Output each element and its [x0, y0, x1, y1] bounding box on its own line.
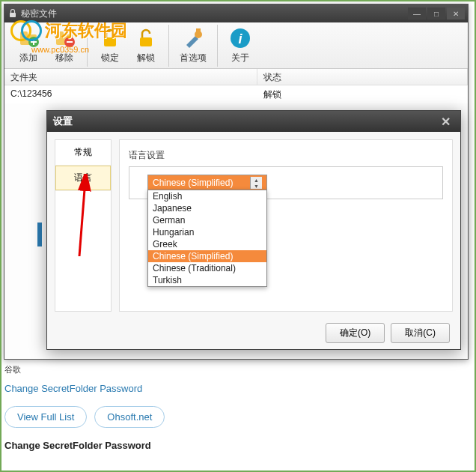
lock-button[interactable]: 锁定	[92, 25, 128, 66]
dropdown-item[interactable]: Japanese	[148, 202, 266, 214]
unlock-button[interactable]: 解锁	[128, 25, 164, 66]
language-section-label: 语言设置	[129, 149, 443, 162]
cancel-button[interactable]: 取消(C)	[391, 323, 450, 343]
combo-spinner[interactable]: ▲ ▼	[250, 177, 262, 189]
language-dropdown: EnglishJapaneseGermanHungarianGreekChine…	[147, 190, 267, 287]
svg-rect-2	[20, 31, 28, 36]
small-text-corner: 谷歌	[4, 364, 469, 375]
bottom-area: 谷歌 Change SecretFolder Password View Ful…	[4, 361, 469, 451]
info-icon: i	[228, 26, 252, 50]
dialog-title: 设置	[53, 115, 436, 128]
tools-icon	[181, 26, 205, 50]
change-password-link[interactable]: Change SecretFolder Password	[4, 383, 469, 394]
titlebar: 秘密文件 — □ ✕	[4, 4, 468, 22]
list-header: 文件夹 状态	[4, 69, 468, 85]
options-label: 首选项	[180, 52, 207, 64]
tab-language[interactable]: 语言	[55, 166, 111, 191]
toolbar: 添加 移除 锁定 解锁	[4, 22, 468, 69]
add-label: 添加	[19, 52, 37, 64]
dropdown-item[interactable]: Hungarian	[148, 226, 266, 238]
svg-rect-5	[56, 31, 64, 36]
remove-icon	[52, 26, 76, 50]
settings-dialog: 设置 ✕ 常规 语言 语言设置 Chinese (Simplified) ▲ ▼…	[46, 110, 461, 350]
side-tabs: 常规 语言	[55, 139, 112, 312]
lock-label: 锁定	[101, 52, 119, 64]
dropdown-item[interactable]: Turkish	[148, 274, 266, 286]
list-body: C:\123456 解锁	[4, 85, 468, 103]
dialog-content: 语言设置 Chinese (Simplified) ▲ ▼ EnglishJap…	[119, 139, 453, 312]
add-button[interactable]: 添加	[10, 25, 46, 66]
tab-general[interactable]: 常规	[55, 140, 111, 166]
svg-rect-0	[10, 13, 16, 17]
remove-label: 移除	[55, 52, 73, 64]
dropdown-item[interactable]: Greek	[148, 238, 266, 250]
cell-folder: C:\123456	[4, 85, 257, 103]
language-combo[interactable]: Chinese (Simplified) ▲ ▼ EnglishJapanese…	[147, 175, 267, 191]
maximize-button[interactable]: □	[427, 7, 445, 19]
ok-button[interactable]: 确定(O)	[326, 323, 385, 343]
minimize-button[interactable]: —	[408, 7, 426, 19]
combo-selected: Chinese (Simplified)	[153, 178, 250, 188]
cell-status: 解锁	[257, 85, 468, 103]
svg-rect-7	[104, 37, 116, 46]
dialog-titlebar: 设置 ✕	[47, 111, 460, 132]
unlock-label: 解锁	[137, 52, 155, 64]
column-folder[interactable]: 文件夹	[4, 69, 257, 85]
column-status[interactable]: 状态	[257, 69, 468, 85]
dropdown-item[interactable]: English	[148, 190, 266, 202]
ohsoft-button[interactable]: Ohsoft.net	[94, 406, 165, 428]
view-full-list-button[interactable]: View Full List	[4, 406, 87, 428]
change-password-label: Change SecretFolder Password	[4, 440, 469, 451]
window-controls: — □ ✕	[408, 7, 465, 19]
about-button[interactable]: i 关于	[222, 25, 258, 66]
list-row[interactable]: C:\123456 解锁	[4, 85, 468, 103]
lock-icon	[98, 26, 122, 50]
dropdown-item[interactable]: Chinese (Traditional)	[148, 262, 266, 274]
unlock-icon	[134, 26, 158, 50]
remove-button[interactable]: 移除	[46, 25, 82, 66]
close-button[interactable]: ✕	[447, 7, 465, 19]
dialog-close-button[interactable]: ✕	[436, 114, 454, 129]
dropdown-item[interactable]: German	[148, 214, 266, 226]
blue-bar	[37, 223, 42, 246]
add-icon	[16, 26, 40, 50]
window-title: 秘密文件	[21, 7, 408, 20]
dropdown-item[interactable]: Chinese (Simplified)	[148, 250, 266, 262]
options-button[interactable]: 首选项	[174, 25, 213, 66]
lock-icon	[7, 8, 18, 19]
spin-down-icon[interactable]: ▼	[251, 183, 262, 189]
spin-up-icon[interactable]: ▲	[251, 177, 262, 183]
svg-rect-10	[196, 28, 201, 33]
about-label: 关于	[231, 52, 249, 64]
svg-rect-8	[140, 37, 152, 46]
